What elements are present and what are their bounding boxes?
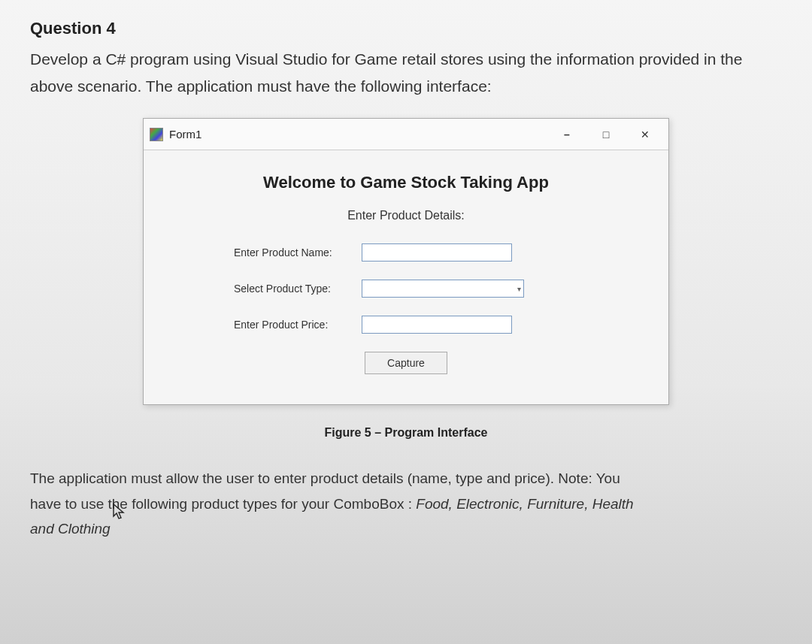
product-type-row: Select Product Type: ▾ [234, 280, 646, 298]
titlebar: Form1 – □ ✕ [144, 119, 668, 150]
sub-heading: Enter Product Details: [166, 209, 646, 222]
product-name-input[interactable] [362, 243, 512, 262]
window-body: Welcome to Game Stock Taking App Enter P… [144, 150, 668, 404]
product-price-input[interactable] [362, 316, 512, 334]
capture-row: Capture [166, 352, 646, 374]
bottom-line1: The application must allow the user to e… [30, 470, 620, 486]
product-name-label: Enter Product Name: [234, 246, 362, 259]
capture-button[interactable]: Capture [365, 352, 447, 374]
product-type-combobox[interactable] [362, 280, 524, 298]
form-group: Enter Product Name: Select Product Type:… [166, 243, 646, 334]
bottom-line2b: Food, Electronic, Furniture, Health [416, 496, 633, 512]
product-type-combo-wrap: ▾ [362, 280, 524, 298]
window-container: Form1 – □ ✕ Welcome to Game Stock Taking… [30, 118, 782, 405]
question-title: Question 4 [30, 19, 782, 38]
window-controls: – □ ✕ [554, 124, 662, 145]
product-price-row: Enter Product Price: [234, 316, 646, 334]
window-title: Form1 [169, 128, 554, 141]
question-text: Develop a C# program using Visual Studio… [30, 46, 782, 99]
minimize-button[interactable]: – [554, 124, 580, 145]
app-heading: Welcome to Game Stock Taking App [166, 173, 646, 192]
figure-caption: Figure 5 – Program Interface [30, 426, 782, 440]
cursor-icon [113, 503, 126, 525]
bottom-line2a: have to use the following product types … [30, 496, 416, 512]
bottom-line3: and Clothing [30, 521, 111, 537]
maximize-button[interactable]: □ [593, 124, 619, 145]
product-price-label: Enter Product Price: [234, 319, 362, 331]
close-button[interactable]: ✕ [632, 124, 658, 145]
bottom-paragraph: The application must allow the user to e… [30, 466, 782, 541]
product-name-row: Enter Product Name: [234, 243, 646, 262]
product-type-label: Select Product Type: [234, 283, 362, 295]
app-icon [150, 128, 163, 141]
form-window: Form1 – □ ✕ Welcome to Game Stock Taking… [143, 118, 669, 405]
